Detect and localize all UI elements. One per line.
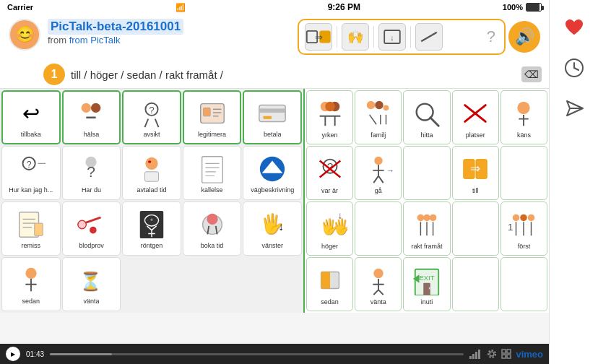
card-betala[interactable]: betala [243, 90, 302, 144]
svg-text:+: + [150, 217, 154, 223]
right-card-empty3 [355, 202, 402, 256]
svg-text:⇒: ⇒ [315, 32, 323, 43]
card-sedan2-img [12, 264, 50, 297]
right-card-empty2-img [506, 156, 542, 189]
right-card-familj-label: familj [370, 131, 386, 139]
card-avsikt[interactable]: ? avsikt [122, 90, 181, 144]
svg-text:↓: ↓ [337, 210, 342, 221]
svg-rect-21 [259, 108, 285, 113]
svg-line-136 [574, 68, 578, 70]
card-vanta-img: ⏳ [72, 264, 110, 297]
svg-line-118 [378, 290, 384, 295]
right-card-inuti[interactable]: EXIT inuti [403, 257, 450, 311]
right-card-vanta2-label: vänta [370, 298, 386, 306]
card-hardu-label: Har du [82, 187, 101, 194]
right-card-forst-label: först [518, 243, 531, 250]
svg-line-73 [369, 114, 376, 124]
right-card-rakt-label: rakt framåt [411, 243, 442, 250]
card-avtalad[interactable]: avtalad tid [122, 146, 181, 200]
send-button[interactable] [561, 95, 587, 121]
svg-point-106 [521, 214, 528, 221]
svg-rect-20 [259, 105, 285, 121]
right-card-kans[interactable]: käns [500, 90, 547, 144]
battery-area: 100% [503, 3, 542, 12]
speaker-button[interactable]: 🔊 [508, 21, 540, 53]
right-card-till[interactable]: ⇒ till [452, 146, 499, 200]
svg-rect-127 [478, 350, 480, 359]
right-card-ga-img: → [360, 152, 396, 186]
right-card-platser-label: platser [466, 131, 485, 139]
right-card-vare-img: ? [312, 152, 348, 186]
right-card-hitta[interactable]: hitta [403, 90, 450, 144]
right-card-familj[interactable]: familj [355, 90, 402, 144]
card-hur-label: Hur kan jag h... [9, 187, 53, 194]
settings-icon[interactable] [487, 349, 497, 359]
svg-rect-124 [469, 356, 472, 359]
svg-point-45 [78, 220, 86, 228]
svg-text:?: ? [87, 163, 96, 180]
right-card-platser[interactable]: platser [452, 90, 499, 144]
svg-line-6 [421, 32, 437, 42]
right-card-vare[interactable]: ? var är [306, 146, 353, 200]
card-legitimera[interactable]: legitimera [183, 90, 242, 144]
card-blodprov[interactable]: blodprov [62, 202, 121, 256]
sentence-icon-4 [415, 23, 443, 51]
card-boka-label: boka tid [201, 243, 224, 250]
right-card-yrken-img [312, 97, 348, 130]
right-card-vanta2[interactable]: vänta [355, 257, 402, 311]
right-card-platser-img [457, 97, 493, 130]
card-vanster[interactable]: 🖐 ↓ vänster [243, 202, 302, 256]
backspace-button[interactable]: ⌫ [521, 66, 542, 82]
svg-point-66 [325, 101, 334, 110]
svg-rect-22 [264, 116, 272, 118]
svg-rect-16 [203, 108, 210, 116]
right-grid: yrken familj [305, 89, 549, 313]
svg-rect-113 [321, 272, 329, 288]
svg-point-99 [417, 214, 425, 221]
right-card-till-label: till [472, 187, 479, 194]
heart-button[interactable] [561, 14, 587, 40]
card-hur[interactable]: ? Hur kan jag h... [1, 146, 61, 200]
right-card-forst[interactable]: 1 först [500, 202, 547, 256]
svg-point-28 [145, 157, 157, 169]
right-card-rakt[interactable]: rakt framåt [403, 202, 450, 256]
categories-section: ↩ tillbaka hälsa [0, 89, 549, 313]
right-card-hoger[interactable]: 🖐 🖐 ↓ höger [306, 202, 353, 256]
card-boka[interactable]: boka tid [183, 202, 242, 256]
card-remiss[interactable]: remiss [1, 202, 61, 256]
card-kallelse[interactable]: kallelse [183, 146, 242, 200]
card-sedan2-label: sedan [22, 298, 40, 306]
right-card-hitta-img [409, 97, 445, 130]
right-card-sedan3-label: sedan [321, 298, 339, 306]
card-tillbaka-label: tillbaka [21, 131, 41, 139]
right-sidebar [549, 0, 598, 364]
clock-button[interactable] [561, 55, 587, 81]
card-tillbaka-img: ↩ [12, 97, 50, 130]
progress-bar[interactable] [50, 353, 464, 355]
right-card-inuti-label: inuti [421, 298, 433, 306]
card-rontgen[interactable]: + röntgen [122, 202, 181, 256]
right-card-sedan3[interactable]: sedan [306, 257, 353, 311]
right-card-vanta2-img [360, 264, 396, 297]
right-card-empty1 [403, 146, 450, 200]
card-hardu[interactable]: ? Har du [62, 146, 121, 200]
card-vanta[interactable]: ⏳ vänta [62, 257, 121, 311]
play-button[interactable]: ▶ [6, 347, 20, 361]
right-card-yrken[interactable]: yrken [306, 90, 353, 144]
svg-text:→: → [269, 169, 276, 177]
right-card-kans-img [506, 97, 542, 130]
sentence-icon-2: 🙌 [342, 23, 369, 51]
card-legitimera-label: legitimera [198, 131, 226, 139]
card-halsa[interactable]: hälsa [62, 90, 121, 144]
right-card-empty1-img [409, 156, 445, 189]
card-halsa-img [72, 97, 110, 130]
card-vagbeskrivning[interactable]: → vägbeskrivning [243, 146, 302, 200]
card-sedan2[interactable]: sedan [1, 257, 61, 311]
card-rontgen-img: + [133, 208, 170, 241]
right-card-ga[interactable]: → gå [355, 146, 402, 200]
svg-rect-31 [202, 156, 222, 182]
card-tillbaka[interactable]: ↩ tillbaka [1, 90, 61, 144]
svg-line-91 [378, 176, 384, 183]
play-icon: ▶ [11, 351, 15, 358]
grid-icon[interactable] [501, 349, 511, 359]
